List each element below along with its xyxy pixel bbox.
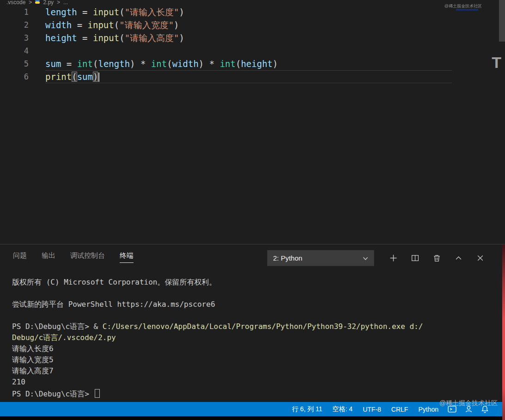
line-number: 2 bbox=[0, 18, 29, 31]
tab-output[interactable]: 输出 bbox=[42, 249, 55, 262]
cursor-position-indicator[interactable]: 行 6, 列 11 bbox=[287, 402, 328, 416]
python-file-icon bbox=[35, 0, 40, 5]
code-editor[interactable]: 1length = input("请输入长度")2width = input("… bbox=[0, 6, 505, 244]
split-terminal-icon[interactable] bbox=[411, 254, 419, 262]
line-number: 4 bbox=[0, 44, 29, 57]
breadcrumb-separator: > bbox=[29, 0, 32, 6]
maximize-panel-chevron-icon[interactable] bbox=[454, 254, 462, 262]
line-number: 5 bbox=[0, 57, 29, 70]
terminal-line: 版权所有 (C) Microsoft Corporation。保留所有权利。 bbox=[12, 277, 496, 288]
tab-terminal[interactable]: 终端 bbox=[120, 249, 134, 263]
terminal-select[interactable]: 2: Python bbox=[267, 250, 374, 266]
tab-problems[interactable]: 问题 bbox=[13, 249, 27, 262]
bottom-panel: 问题 输出 调试控制台 终端 2: Python bbox=[0, 244, 505, 402]
terminal-line: 请输入宽度5 bbox=[12, 354, 496, 365]
code-text[interactable]: print(sum) bbox=[45, 70, 99, 83]
line-number: 6 bbox=[0, 70, 29, 83]
terminal-output[interactable]: 版权所有 (C) Microsoft Corporation。保留所有权利。尝试… bbox=[12, 277, 496, 402]
terminal-select-value: 2: Python bbox=[273, 254, 302, 262]
code-lines[interactable]: 1length = input("请输入长度")2width = input("… bbox=[0, 6, 505, 83]
code-line[interactable]: 1length = input("请输入长度") bbox=[0, 6, 505, 18]
code-line[interactable]: 5sum = int(length) * int(width) * int(he… bbox=[0, 57, 505, 70]
line-number: 3 bbox=[0, 31, 29, 44]
terminal-line: 尝试新的跨平台 PowerShell https://aka.ms/pscore… bbox=[12, 299, 496, 310]
breadcrumb-folder[interactable]: .vscode bbox=[6, 0, 25, 6]
editor-cursor bbox=[98, 73, 99, 82]
breadcrumb[interactable]: .vscode > 2.py > ... bbox=[0, 0, 505, 6]
code-text[interactable]: length = input("请输入长度") bbox=[45, 6, 184, 18]
eol-indicator[interactable]: CRLF bbox=[386, 402, 414, 416]
panel-header: 问题 输出 调试控制台 终端 2: Python bbox=[0, 244, 505, 267]
terminal-line: PS D:\Debug\c语言> bbox=[12, 388, 496, 399]
terminal-line bbox=[12, 288, 496, 299]
editor-scrollbar[interactable] bbox=[499, 0, 505, 42]
code-text[interactable]: sum = int(length) * int(width) * int(hei… bbox=[45, 57, 278, 70]
right-edge-strip bbox=[502, 245, 505, 420]
chevron-down-icon bbox=[363, 254, 368, 262]
terminal-line bbox=[12, 310, 496, 321]
breadcrumb-more[interactable]: ... bbox=[63, 0, 68, 6]
code-line[interactable]: 3height = input("请输入高度") bbox=[0, 31, 505, 44]
window-bottom-edge bbox=[0, 416, 505, 420]
encoding-indicator[interactable]: UTF-8 bbox=[358, 402, 386, 416]
terminal-line: PS D:\Debug\c语言> & C:/Users/lenovo/AppDa… bbox=[12, 321, 496, 332]
tab-debug-console[interactable]: 调试控制台 bbox=[70, 249, 105, 262]
indentation-indicator[interactable]: 空格: 4 bbox=[328, 402, 358, 416]
watermark-letter: T bbox=[492, 54, 501, 72]
panel-actions bbox=[389, 250, 484, 266]
code-line[interactable]: 4 bbox=[0, 44, 505, 57]
watermark-bottom: @稀土掘金技术社区 bbox=[439, 399, 498, 408]
breadcrumb-file[interactable]: 2.py bbox=[43, 0, 54, 6]
code-text[interactable]: height = input("请输入高度") bbox=[45, 31, 184, 44]
status-bar: 行 6, 列 11 空格: 4 UTF-8 CRLF Python bbox=[0, 402, 505, 416]
terminal-line: Debug/c语言/.vscode/2.py bbox=[12, 332, 496, 343]
terminal-cursor bbox=[95, 389, 100, 398]
terminal-line: 210 bbox=[12, 377, 496, 388]
terminal-line: 请输入高度7 bbox=[12, 365, 496, 377]
code-line[interactable]: 2width = input("请输入宽度") bbox=[0, 18, 505, 31]
watermark-top-bar bbox=[456, 9, 478, 11]
terminal-line: 请输入长度6 bbox=[12, 343, 496, 354]
close-panel-icon[interactable] bbox=[476, 254, 484, 262]
code-line[interactable]: 6print(sum) bbox=[0, 70, 505, 83]
breadcrumb-separator-2: > bbox=[57, 0, 60, 6]
kill-terminal-trash-icon[interactable] bbox=[432, 254, 441, 262]
code-text[interactable]: width = input("请输入宽度") bbox=[45, 18, 179, 31]
line-number: 1 bbox=[0, 6, 29, 18]
new-terminal-icon[interactable] bbox=[389, 254, 397, 262]
